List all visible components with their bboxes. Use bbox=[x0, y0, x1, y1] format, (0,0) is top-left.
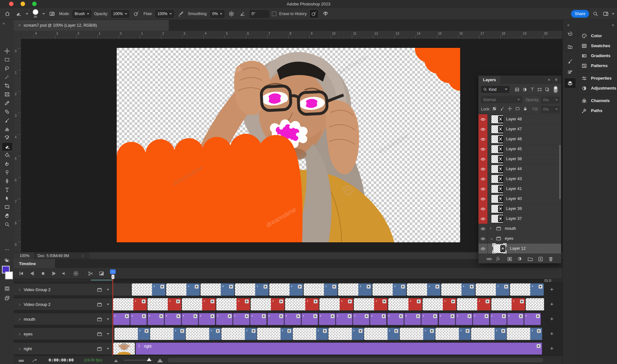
lock-all-icon[interactable] bbox=[523, 106, 528, 111]
timeline-clip[interactable]: › bbox=[114, 328, 150, 340]
timeline-clip[interactable]: › bbox=[182, 313, 198, 325]
doc-size-box[interactable]: Doc: 5.93M/49.9M 〉 bbox=[34, 253, 89, 259]
zoom-tool[interactable] bbox=[2, 220, 12, 229]
layer-row[interactable]: Layer 38 bbox=[478, 154, 561, 164]
layer-row[interactable]: Layer 40 bbox=[478, 194, 561, 204]
timeline-clip[interactable]: › bbox=[439, 313, 455, 325]
timeline-clip[interactable]: › bbox=[165, 313, 181, 325]
new-layer-icon[interactable] bbox=[538, 256, 543, 262]
new-adjustment-icon[interactable] bbox=[517, 256, 522, 261]
brush-tool[interactable] bbox=[2, 116, 12, 125]
history-brush-tool[interactable] bbox=[2, 134, 12, 142]
timeline-clip[interactable]: › bbox=[364, 328, 399, 340]
layer-visibility-eye[interactable] bbox=[478, 204, 488, 214]
layer-thumbnail[interactable] bbox=[491, 215, 503, 223]
panel-button-adjustments[interactable]: Adjustments bbox=[577, 83, 617, 93]
playhead-handle[interactable] bbox=[112, 275, 114, 279]
layer-visibility-eye[interactable] bbox=[478, 234, 488, 244]
filter-toggle-pill[interactable] bbox=[554, 86, 558, 93]
track-thumbnail[interactable] bbox=[113, 342, 135, 355]
track-header-mouth[interactable]: › mouth bbox=[14, 313, 113, 325]
timeline-clip[interactable]: › bbox=[507, 328, 542, 340]
timeline-clip[interactable]: › bbox=[233, 313, 250, 325]
add-media-button[interactable]: + bbox=[549, 286, 555, 293]
stop-button[interactable] bbox=[39, 270, 47, 277]
track-options-chevron-icon[interactable] bbox=[107, 318, 109, 320]
add-media-button[interactable]: + bbox=[549, 301, 555, 308]
track-chevron-icon[interactable]: › bbox=[19, 287, 21, 292]
zoom-level[interactable]: 100% bbox=[20, 254, 30, 258]
pen-tool[interactable] bbox=[2, 177, 12, 185]
timeline-clip[interactable]: › bbox=[490, 313, 507, 325]
layer-visibility-eye[interactable] bbox=[478, 124, 488, 134]
filter-kind-dropdown[interactable]: Kind bbox=[481, 86, 509, 93]
history-panel-icon[interactable] bbox=[565, 29, 576, 39]
timeline-clip[interactable]: › bbox=[113, 298, 147, 310]
timeline-clip[interactable]: › bbox=[216, 313, 233, 325]
go-to-first-frame-button[interactable] bbox=[17, 270, 25, 277]
timeline-clip[interactable]: › bbox=[166, 283, 200, 296]
timeline-clip[interactable]: › bbox=[336, 313, 353, 325]
collapse-panel-icon[interactable]: » bbox=[548, 77, 550, 82]
timeline-clip[interactable]: › bbox=[338, 283, 372, 296]
layer-row[interactable]: ›mouth bbox=[478, 224, 561, 234]
healing-tool[interactable] bbox=[2, 108, 12, 116]
filter-type-layers-icon[interactable] bbox=[530, 87, 535, 92]
layer-visibility-eye[interactable] bbox=[478, 174, 488, 184]
group-chevron-icon[interactable]: › bbox=[490, 226, 491, 230]
search-icon[interactable] bbox=[593, 11, 598, 17]
opacity-dropdown[interactable]: 100% bbox=[111, 10, 130, 18]
layers-scrollbar[interactable] bbox=[559, 145, 561, 199]
timeline-clip[interactable]: › bbox=[130, 313, 147, 325]
eyedropper-tool[interactable] bbox=[2, 99, 12, 107]
timeline-clip[interactable]: › bbox=[221, 328, 257, 340]
timeline-clip[interactable]: › bbox=[476, 283, 509, 296]
share-button[interactable]: Share bbox=[571, 10, 589, 18]
timeline-clip[interactable]: › bbox=[441, 283, 475, 296]
layer-row[interactable]: ⌄eyes bbox=[478, 234, 561, 244]
layer-row[interactable]: Layer 12 bbox=[478, 244, 561, 254]
brushes-panel-icon[interactable] bbox=[565, 56, 576, 66]
layer-row[interactable]: Layer 48 bbox=[478, 114, 561, 125]
panel-button-paths[interactable]: Paths bbox=[577, 106, 617, 116]
track-options-chevron-icon[interactable] bbox=[107, 289, 109, 290]
ruler-origin-corner[interactable] bbox=[14, 31, 21, 39]
timeline-clip[interactable]: › bbox=[113, 313, 130, 325]
transition-button[interactable] bbox=[97, 270, 106, 277]
eraser-tool[interactable] bbox=[2, 142, 13, 151]
delete-layer-icon[interactable] bbox=[548, 256, 554, 262]
track-size-icon[interactable] bbox=[18, 358, 24, 364]
lasso-tool[interactable] bbox=[2, 64, 12, 73]
track-options-chevron-icon[interactable] bbox=[107, 304, 109, 305]
track-options-chevron-icon[interactable] bbox=[107, 348, 109, 350]
expand-toolbar-icon[interactable]: » bbox=[3, 21, 5, 26]
timeline-clip[interactable]: › bbox=[524, 313, 541, 325]
smudge-tool[interactable] bbox=[2, 160, 12, 168]
screen-mode-icon[interactable] bbox=[2, 294, 12, 302]
timeline-clip[interactable]: › bbox=[293, 328, 328, 340]
symmetry-butterfly-icon[interactable] bbox=[321, 10, 330, 18]
timeline-clip[interactable]: › bbox=[354, 298, 388, 310]
layer-row[interactable]: Layer 46 bbox=[478, 134, 561, 144]
home-icon[interactable] bbox=[3, 10, 12, 18]
more-tools-icon[interactable] bbox=[2, 246, 12, 254]
timeline-scrollbar[interactable] bbox=[168, 358, 543, 362]
layer-thumbnail[interactable] bbox=[491, 165, 503, 173]
split-clip-button[interactable] bbox=[86, 270, 95, 277]
smoothing-options-gear-icon[interactable] bbox=[227, 10, 236, 18]
smoothing-dropdown[interactable]: 0% bbox=[210, 10, 224, 18]
workspace-chevron-icon[interactable] bbox=[612, 13, 614, 15]
timeline-clip[interactable]: › bbox=[471, 328, 506, 340]
link-layers-icon[interactable] bbox=[486, 256, 492, 262]
move-tool[interactable] bbox=[2, 47, 12, 55]
layer-thumbnail[interactable] bbox=[491, 185, 503, 193]
shape-tool[interactable] bbox=[2, 203, 12, 211]
timeline-tab[interactable]: Timeline bbox=[14, 259, 55, 268]
timeline-clip[interactable]: › bbox=[269, 283, 303, 296]
timeline-clip[interactable]: › bbox=[301, 313, 318, 325]
chevron-down-icon[interactable] bbox=[42, 13, 45, 15]
layer-row[interactable]: Layer 45 bbox=[478, 144, 561, 154]
lock-artboard-icon[interactable] bbox=[515, 106, 520, 111]
layers-tab[interactable]: Layers bbox=[478, 76, 500, 84]
timeline-clip[interactable]: › bbox=[257, 328, 292, 340]
